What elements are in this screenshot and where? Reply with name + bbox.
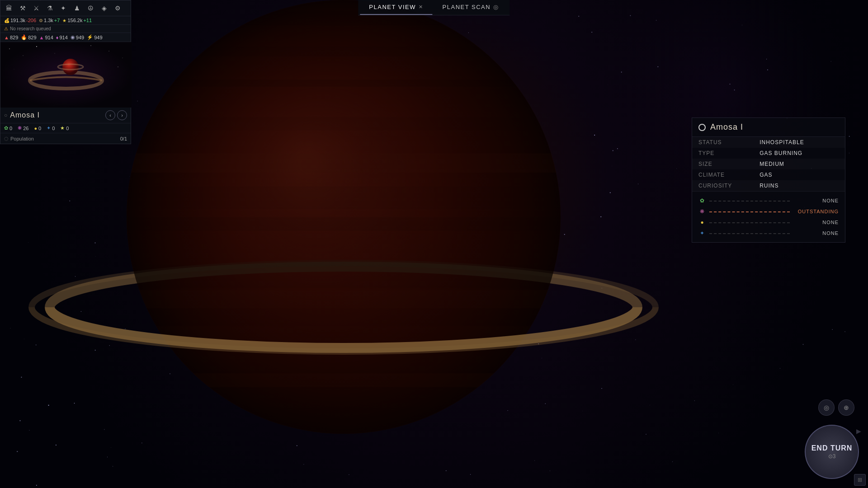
resource-bars-section: ✿ NONE ❋ OUTSTANDING ● NONE ✦ — [692, 191, 845, 242]
population-value: 0/1 — [120, 136, 127, 141]
size-value: MEDIUM — [753, 159, 845, 169]
table-row: SIZE MEDIUM — [692, 159, 845, 169]
science-icon: ★ — [62, 18, 66, 23]
stat-yellow: ⚡ 949 — [87, 34, 102, 40]
science-resource: ★ 156.2k +11 — [62, 18, 92, 23]
research-flask-icon[interactable]: ⚗ — [44, 2, 56, 14]
gold-bar-label: NONE — [793, 220, 839, 225]
planet-view-tab-close[interactable]: ✕ — [419, 4, 424, 10]
influence-bar-icon: ❋ — [698, 208, 706, 215]
stat-fire-icon: 🔥 — [21, 34, 27, 40]
stat-pink-icon: ♦ — [56, 35, 59, 40]
food-bar-label: NONE — [793, 198, 839, 203]
svg-point-5 — [90, 45, 91, 46]
planet-info-panel: Amosa I STATUS INHOSPITABLE TYPE GAS BUR… — [692, 117, 845, 243]
research-row[interactable]: ⚠ No research queued — [0, 25, 131, 33]
svg-point-9 — [118, 66, 118, 67]
planet-name-row: ○ Amosa I ‹ › — [0, 108, 131, 123]
manpower-icon: ✦ — [47, 125, 51, 131]
stat-fire: 🔥 829 — [21, 34, 36, 40]
planet-scan-tab[interactable]: PLANET SCAN ◎ — [434, 0, 508, 15]
gold-icon: ● — [34, 126, 37, 131]
gold-bar-icon: ● — [698, 219, 706, 226]
svg-point-7 — [123, 58, 123, 58]
nav-right-arrow[interactable]: ▶ — [856, 427, 861, 435]
planet-name-text: Amosa I — [10, 111, 40, 119]
buildings-icon[interactable]: ⚒ — [17, 2, 28, 14]
next-planet-button[interactable]: › — [117, 110, 127, 120]
population-row: ◌ Population 0/1 — [0, 133, 131, 144]
units-icon[interactable]: ⚔ — [30, 2, 42, 14]
heroes-icon[interactable]: ♟ — [71, 2, 83, 14]
manpower-bar-icon: ✦ — [698, 230, 706, 237]
planet-info-title-row: Amosa I — [692, 118, 845, 137]
stat-white-icon: ◉ — [71, 34, 75, 40]
manpower-bar-row: ✦ NONE — [692, 228, 845, 239]
stat-red2: ▲ 914 — [39, 35, 53, 40]
svg-point-11 — [62, 59, 79, 75]
planet-resources-row: ✿ 0 ❋ 26 ● 0 ✦ 0 ★ 0 — [0, 123, 131, 133]
planet-name-display: ○ Amosa I — [4, 111, 40, 119]
table-row: STATUS INHOSPITABLE — [692, 137, 845, 148]
end-turn-sub: ⊙3 — [828, 453, 836, 460]
gold-resource-item: ● 0 — [34, 126, 41, 131]
stat-lightning-icon: ⚡ — [87, 34, 93, 40]
approval-resource-item: ★ 0 — [60, 125, 69, 131]
dust-resource: 💰 191.3k -206 — [4, 18, 36, 23]
planet-view-tab[interactable]: PLANET VIEW ✕ — [360, 0, 432, 15]
resource-row: 💰 191.3k -206 ⚙ 1.3k +7 ★ 156.2k +11 — [0, 16, 131, 25]
planet-type-icon: ○ — [4, 112, 7, 118]
food-bar-track — [709, 200, 790, 202]
industry-icon: ⚙ — [39, 18, 43, 23]
influence-bar-row: ❋ OUTSTANDING — [692, 206, 845, 217]
food-bar-fill — [709, 200, 790, 202]
svg-point-3 — [36, 46, 37, 47]
influence-bar-fill — [709, 211, 790, 212]
colony-icon[interactable]: 🏛 — [3, 2, 15, 14]
options-icon[interactable]: ⚙ — [112, 2, 123, 14]
climate-key: CLIMATE — [692, 169, 753, 180]
diplomacy-icon[interactable]: ☮ — [85, 2, 96, 14]
stat-mantle-icon: ▲ — [39, 35, 44, 40]
planet-scan-icon: ◎ — [493, 4, 499, 10]
food-icon: ✿ — [4, 125, 8, 131]
planet-info-table: STATUS INHOSPITABLE TYPE GAS BURNING SIZ… — [692, 137, 845, 191]
stat-red1: ▲ 829 — [4, 35, 18, 40]
type-value: GAS BURNING — [753, 148, 845, 159]
type-key: TYPE — [692, 148, 753, 159]
svg-point-6 — [108, 51, 109, 51]
population-label: ◌ Population — [4, 136, 34, 141]
svg-rect-0 — [0, 42, 132, 108]
table-row: TYPE GAS BURNING — [692, 148, 845, 159]
planet-view-tab-label: PLANET VIEW — [369, 4, 416, 10]
map-nav-button-2[interactable]: ⊕ — [838, 399, 854, 416]
manpower-resource-item: ✦ 0 — [47, 125, 55, 131]
food-bar-icon: ✿ — [698, 197, 706, 204]
planet-info-name: Amosa I — [710, 122, 743, 132]
research-status: No research queued — [10, 26, 51, 31]
empire-icon[interactable]: ◈ — [98, 2, 110, 14]
minimap-icon[interactable]: ⊞ — [854, 474, 866, 486]
svg-point-1 — [9, 48, 10, 49]
table-row: CLIMATE GAS — [692, 169, 845, 180]
curiosity-key: CURIOSITY — [692, 180, 753, 191]
gold-bar-fill — [709, 222, 790, 223]
end-turn-label: END TURN — [811, 444, 853, 452]
stat-pink: ♦ 914 — [56, 35, 68, 40]
svg-point-4 — [55, 53, 55, 54]
end-turn-button[interactable]: END TURN ⊙3 — [805, 425, 859, 479]
left-panel: 🏛 ⚒ ⚔ ⚗ ✦ ♟ ☮ ◈ ⚙ 💰 191.3k -206 ⚙ 1.3k +… — [0, 0, 131, 144]
ships-icon[interactable]: ✦ — [57, 2, 69, 14]
planet-circle-icon — [698, 124, 706, 131]
food-resource-item: ✿ 0 — [4, 125, 12, 131]
size-key: SIZE — [692, 159, 753, 169]
influence-bar-label: OUTSTANDING — [793, 209, 839, 214]
prev-planet-button[interactable]: ‹ — [105, 110, 115, 120]
approval-icon: ★ — [60, 125, 65, 131]
map-nav-button-1[interactable]: ◎ — [818, 399, 835, 416]
manpower-bar-track — [709, 233, 790, 234]
stats-row: ▲ 829 🔥 829 ▲ 914 ♦ 914 ◉ 949 ⚡ 949 — [0, 33, 131, 42]
food-bar-row: ✿ NONE — [692, 195, 845, 206]
planet-thumb-svg — [0, 42, 132, 108]
svg-point-2 — [23, 55, 23, 56]
